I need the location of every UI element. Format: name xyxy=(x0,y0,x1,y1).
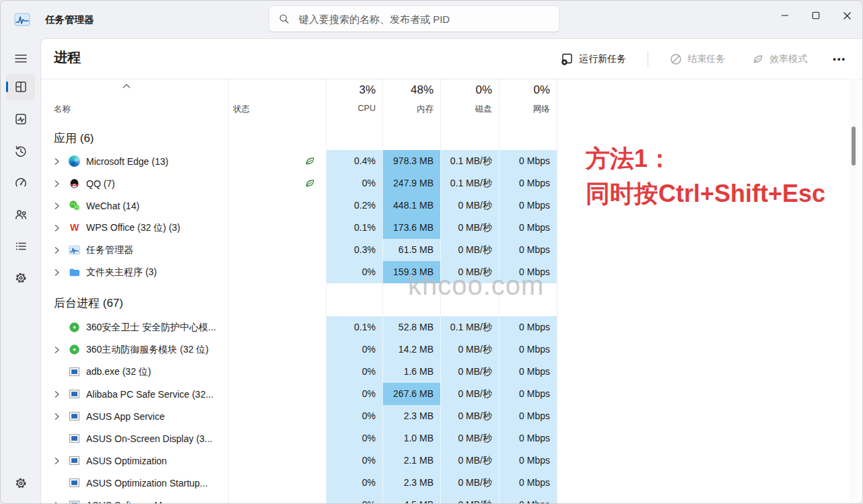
memory-cell: 247.9 MB xyxy=(382,172,440,194)
gear-icon xyxy=(14,476,28,490)
search-box[interactable] xyxy=(269,5,559,32)
network-cell: 0 Mbps xyxy=(499,449,557,472)
scrollbar[interactable] xyxy=(849,79,858,503)
cpu-cell: 0% xyxy=(326,449,382,472)
sidebar-item-services[interactable] xyxy=(6,264,35,291)
disk-cell: 0.1 MB/秒 xyxy=(440,172,499,194)
processes-icon xyxy=(14,80,28,94)
chevron-right-icon[interactable] xyxy=(54,261,69,283)
maximize-button[interactable] xyxy=(800,1,831,30)
exe-icon xyxy=(69,410,80,422)
memory-cell: 2.3 MB xyxy=(382,405,440,427)
chevron-right-icon[interactable] xyxy=(54,383,69,405)
nav-menu-button[interactable] xyxy=(6,45,35,72)
sidebar-item-users[interactable] xyxy=(6,201,35,228)
efficiency-mode-button[interactable]: 效率模式 xyxy=(747,49,813,69)
end-task-label: 结束任务 xyxy=(687,53,725,65)
sidebar-item-startup-apps[interactable] xyxy=(6,169,35,196)
exe-icon xyxy=(69,455,80,466)
table-row[interactable]: 360主动防御服务模块 (32 位) 0% 14.2 MB 0 MB/秒 0 M… xyxy=(41,338,862,361)
titlebar: 任务管理器 xyxy=(1,1,862,38)
end-task-button[interactable]: 结束任务 xyxy=(664,49,730,69)
disk-cell: 0 MB/秒 xyxy=(440,361,499,383)
column-header-memory[interactable]: 内存 xyxy=(382,104,434,115)
exe-icon xyxy=(69,477,80,489)
table-row[interactable]: ASUS On-Screen Display (3... 0% 1.0 MB 0… xyxy=(41,427,862,449)
page-title: 进程 xyxy=(54,48,81,67)
network-cell: 0 Mbps xyxy=(499,172,557,194)
360-icon xyxy=(69,344,80,355)
network-cell: 0 Mbps xyxy=(499,383,557,405)
360-icon xyxy=(69,322,80,333)
wps-icon: W xyxy=(69,222,80,233)
run-new-task-button[interactable]: 运行新任务 xyxy=(555,48,631,69)
memory-cell: 2.1 MB xyxy=(382,449,440,472)
more-options-button[interactable]: ••• xyxy=(829,51,850,67)
sidebar-item-settings[interactable] xyxy=(6,470,35,497)
sidebar-item-processes[interactable] xyxy=(6,73,35,100)
column-header-network[interactable]: 网络 xyxy=(499,104,550,115)
table-row[interactable]: 任务管理器 0.3% 61.5 MB 0 MB/秒 0 Mbps xyxy=(41,239,862,261)
chevron-right-icon[interactable] xyxy=(54,494,69,503)
edge-icon xyxy=(69,155,80,167)
chevron-right-icon[interactable] xyxy=(54,217,69,239)
table-row[interactable]: ASUS Optimization 0% 2.1 MB 0 MB/秒 0 Mbp… xyxy=(41,449,862,472)
table-row[interactable]: Microsoft Edge (13) 0.4% 978.3 MB 0.1 MB… xyxy=(41,150,862,172)
table-row[interactable]: Alibaba PC Safe Service (32... 0% 267.6 … xyxy=(41,383,862,405)
table-row[interactable]: ASUS Optimization Startup... 0% 2.3 MB 0… xyxy=(41,472,862,494)
table-row[interactable]: ASUS App Service 0% 2.3 MB 0 MB/秒 0 Mbps xyxy=(41,405,862,427)
table-row[interactable]: adb.exe (32 位) 0% 1.6 MB 0 MB/秒 0 Mbps xyxy=(41,361,862,383)
scrollbar-thumb[interactable] xyxy=(852,127,856,166)
chevron-right-icon[interactable] xyxy=(54,405,69,427)
disk-cell: 0 MB/秒 xyxy=(440,405,499,427)
sort-ascending-icon xyxy=(123,83,131,89)
column-header-status[interactable]: 状态 xyxy=(233,104,250,115)
sidebar-item-details[interactable] xyxy=(6,233,35,260)
disk-cell: 0 MB/秒 xyxy=(440,338,499,361)
cpu-cell: 0% xyxy=(326,405,382,427)
search-input[interactable] xyxy=(298,13,549,26)
column-header-cpu[interactable]: CPU xyxy=(326,104,376,113)
chevron-right-icon[interactable] xyxy=(54,150,69,172)
sidebar-item-app-history[interactable] xyxy=(6,138,35,165)
task-manager-icon xyxy=(69,244,80,256)
efficiency-mode-label: 效率模式 xyxy=(769,53,807,65)
table-row[interactable]: WeChat (14) 0.2% 448.1 MB 0 MB/秒 0 Mbps xyxy=(41,194,862,217)
task-manager-logo-icon xyxy=(14,11,30,28)
close-button[interactable] xyxy=(831,1,862,30)
network-cell: 0 Mbps xyxy=(499,217,557,239)
efficiency-leaf-icon xyxy=(304,155,316,167)
memory-cell: 173.6 MB xyxy=(382,217,440,239)
chevron-right-icon[interactable] xyxy=(54,449,69,472)
chevron-right-icon[interactable] xyxy=(54,338,69,361)
selected-indicator xyxy=(6,81,8,92)
disk-cell: 0 MB/秒 xyxy=(440,449,499,472)
chevron-right-icon[interactable] xyxy=(54,172,69,194)
network-cell: 0 Mbps xyxy=(499,150,557,172)
disk-cell: 0 MB/秒 xyxy=(440,427,499,449)
network-cell: 0 Mbps xyxy=(499,494,557,503)
network-cell: 0 Mbps xyxy=(499,261,557,283)
qq-icon xyxy=(69,178,80,189)
disk-cell: 0 MB/秒 xyxy=(440,472,499,494)
table-row[interactable]: W WPS Office (32 位) (3) 0.1% 173.6 MB 0 … xyxy=(41,217,862,239)
process-list: 应用 (6) Microsoft Edge (13) 0.4% 978.3 MB… xyxy=(41,121,862,503)
memory-cell: 1.0 MB xyxy=(382,427,440,449)
column-header-disk[interactable]: 磁盘 xyxy=(440,104,492,115)
table-row[interactable]: 文件夹主程序 (3) 0% 159.3 MB 0 MB/秒 0 Mbps xyxy=(41,261,862,283)
main-panel: 进程 运行新任务 结束任务 效率模式 ••• xyxy=(40,38,862,503)
disk-cell: 0 MB/秒 xyxy=(440,217,499,239)
new-task-icon xyxy=(561,52,574,65)
chevron-right-icon[interactable] xyxy=(54,239,69,261)
minimize-button[interactable] xyxy=(769,1,800,30)
table-row[interactable]: 360安全卫士 安全防护中心模... 0.1% 52.8 MB 0.1 MB/秒… xyxy=(41,316,862,338)
cpu-cell: 0.2% xyxy=(326,194,382,217)
column-header-name[interactable]: 名称 xyxy=(54,104,71,115)
folder-icon xyxy=(69,266,80,278)
chevron-right-icon[interactable] xyxy=(54,194,69,217)
table-row[interactable]: ASUS Software M... 0% 4.5 MB 0 MB/秒 0 Mb… xyxy=(41,494,862,503)
sidebar-item-performance[interactable] xyxy=(6,106,35,133)
memory-cell: 1.6 MB xyxy=(382,361,440,383)
memory-cell: 267.6 MB xyxy=(382,383,440,405)
table-row[interactable]: QQ (7) 0% 247.9 MB 0.1 MB/秒 0 Mbps xyxy=(41,172,862,194)
